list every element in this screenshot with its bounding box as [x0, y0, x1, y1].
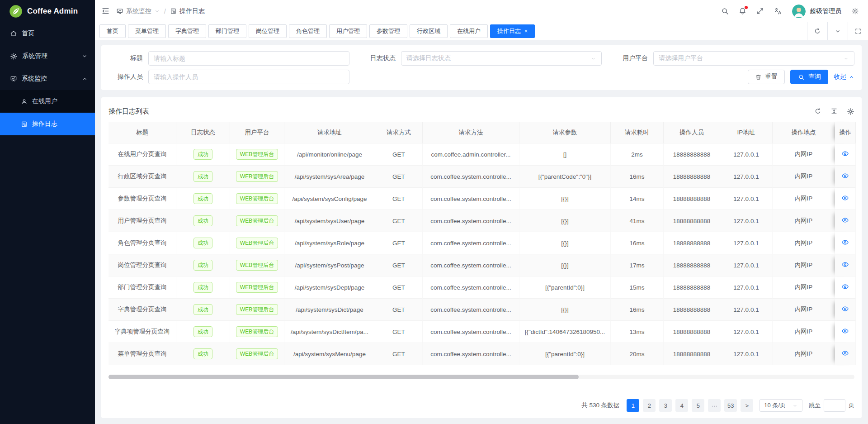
tab-部门管理[interactable]: 部门管理 — [208, 24, 246, 38]
column-settings-icon[interactable] — [847, 108, 854, 115]
jump-prefix-label: 跳至 — [809, 401, 821, 410]
view-detail-button[interactable] — [841, 305, 849, 313]
status-select[interactable]: 请选择日志状态 — [401, 51, 602, 66]
view-detail-button[interactable] — [841, 283, 849, 291]
tab-参数管理[interactable]: 参数管理 — [369, 24, 407, 38]
table-row: 参数管理分页查询成功WEB管理后台/api/system/sysConfig/p… — [108, 188, 856, 210]
tab-用户管理[interactable]: 用户管理 — [329, 24, 367, 38]
row-height-icon[interactable] — [830, 108, 838, 115]
breadcrumb-item-monitor[interactable]: 系统监控 — [116, 7, 160, 15]
title-input-wrap — [148, 51, 349, 66]
platform-badge: WEB管理后台 — [236, 238, 278, 249]
sidebar-collapse-icon[interactable] — [101, 7, 110, 15]
breadcrumb-label: 操作日志 — [179, 7, 205, 15]
cell-path: /api/system/sysRole/page — [284, 232, 375, 254]
sidebar-item-home[interactable]: 首页 — [0, 22, 95, 45]
search-icon — [798, 74, 804, 80]
monitor-icon — [10, 75, 17, 82]
page-button-2[interactable]: 2 — [643, 399, 656, 412]
cell-duration: 20ms — [611, 343, 664, 365]
sidebar-item-system-monitor[interactable]: 系统监控 — [0, 67, 95, 90]
column-header: 日志状态 — [176, 122, 230, 143]
search-icon[interactable] — [721, 7, 729, 15]
refresh-icon[interactable] — [814, 108, 821, 115]
user-icon — [21, 98, 28, 105]
platform-badge: WEB管理后台 — [236, 193, 278, 205]
page-button-53[interactable]: 53 — [724, 399, 737, 412]
cell-platform: WEB管理后台 — [230, 299, 284, 321]
cell-ip: 127.0.0.1 — [720, 321, 773, 343]
status-badge: 成功 — [193, 171, 212, 182]
translate-icon[interactable] — [774, 7, 782, 15]
cell-title: 字典管理分页查询 — [108, 299, 176, 321]
tabs-container: 首页菜单管理字典管理部门管理岗位管理角色管理用户管理参数管理行政区域在线用户操作… — [99, 24, 535, 38]
status-badge: 成功 — [193, 215, 212, 227]
tab-label: 角色管理 — [296, 27, 320, 35]
cell-handler: com.coffee.system.controlle... — [423, 276, 519, 299]
settings-gear-icon[interactable] — [851, 7, 859, 15]
page-button-4[interactable]: 4 — [675, 399, 688, 412]
title-input[interactable] — [154, 55, 344, 62]
table-row: 部门管理分页查询成功WEB管理后台/api/system/sysDept/pag… — [108, 276, 856, 299]
view-detail-button[interactable] — [841, 238, 849, 246]
search-button[interactable]: 查询 — [790, 70, 828, 84]
tab-maximize-icon[interactable] — [848, 22, 868, 40]
cell-title: 菜单管理分页查询 — [108, 343, 176, 365]
close-icon[interactable]: × — [524, 29, 528, 34]
view-detail-button[interactable] — [841, 327, 849, 335]
view-detail-button[interactable] — [841, 261, 849, 268]
tab-菜单管理[interactable]: 菜单管理 — [128, 24, 166, 38]
horizontal-scrollbar[interactable] — [108, 375, 854, 379]
view-detail-button[interactable] — [841, 194, 849, 202]
view-detail-button[interactable] — [841, 349, 849, 357]
tab-操作日志[interactable]: 操作日志× — [490, 24, 535, 38]
operator-input[interactable] — [154, 73, 344, 81]
user-menu[interactable]: 超级管理员 — [792, 5, 841, 18]
cell-method: GET — [375, 166, 423, 188]
tab-字典管理[interactable]: 字典管理 — [168, 24, 206, 38]
collapse-filters-link[interactable]: 收起 — [834, 73, 854, 81]
view-detail-button[interactable] — [841, 216, 849, 224]
fullscreen-icon[interactable] — [756, 7, 764, 15]
cell-location: 内网IP — [773, 166, 835, 188]
view-detail-button[interactable] — [841, 172, 849, 180]
chevron-down-icon — [590, 56, 596, 62]
platform-select[interactable]: 请选择用户平台 — [653, 51, 854, 66]
column-header: 请求方式 — [375, 122, 423, 143]
page-button-5[interactable]: 5 — [692, 399, 704, 412]
cell-ip: 127.0.0.1 — [720, 232, 773, 254]
filter-platform: 用户平台 请选择用户平台 — [613, 51, 854, 66]
sidebar-item-online-users[interactable]: 在线用户 — [0, 90, 95, 113]
breadcrumb-label: 系统监控 — [126, 7, 151, 15]
page-size-select[interactable]: 10 条/页 — [760, 399, 802, 412]
column-header: IP地址 — [720, 122, 773, 143]
sidebar-item-system-management[interactable]: 系统管理 — [0, 45, 95, 67]
cell-method: GET — [375, 343, 423, 365]
scrollbar-thumb[interactable] — [108, 375, 579, 379]
cell-operator: 18888888888 — [664, 299, 720, 321]
page-button-1[interactable]: 1 — [627, 399, 639, 412]
jump-page-input[interactable] — [824, 399, 845, 412]
cell-ip: 127.0.0.1 — [720, 166, 773, 188]
table-row: 字典项管理分页查询成功WEB管理后台/api/system/sysDictIte… — [108, 321, 856, 343]
table-row: 菜单管理分页查询成功WEB管理后台/api/system/sysMenu/pag… — [108, 343, 856, 365]
tab-more-chevron-icon[interactable] — [827, 22, 848, 40]
cell-method: GET — [375, 321, 423, 343]
cell-ip: 127.0.0.1 — [720, 210, 773, 232]
page-button-3[interactable]: 3 — [659, 399, 672, 412]
tab-角色管理[interactable]: 角色管理 — [289, 24, 327, 38]
tab-在线用户[interactable]: 在线用户 — [450, 24, 488, 38]
tab-首页[interactable]: 首页 — [99, 24, 126, 38]
cell-platform: WEB管理后台 — [230, 143, 284, 166]
tab-refresh-icon[interactable] — [807, 22, 827, 40]
reset-button[interactable]: 重置 — [748, 70, 785, 84]
sidebar-item-operation-log[interactable]: 操作日志 — [0, 113, 95, 135]
view-detail-button[interactable] — [841, 150, 849, 157]
cell-method: GET — [375, 210, 423, 232]
next-page-button[interactable]: > — [741, 399, 753, 412]
tab-岗位管理[interactable]: 岗位管理 — [249, 24, 287, 38]
notification-bell-icon[interactable] — [739, 7, 746, 15]
tab-行政区域[interactable]: 行政区域 — [410, 24, 448, 38]
pagination-total: 共 530 条数据 — [581, 401, 619, 410]
cell-duration: 2ms — [611, 143, 664, 166]
